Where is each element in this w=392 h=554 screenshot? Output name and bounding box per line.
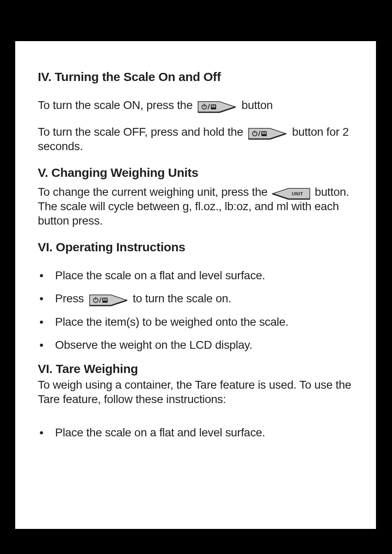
unit-button-icon: UNIT: [271, 188, 311, 200]
list-item: Place the scale on a flat and level surf…: [38, 425, 353, 440]
tare-bullets: Place the scale on a flat and level surf…: [38, 425, 353, 440]
power-tare-button-icon: [248, 127, 287, 140]
heading-v: V. Changing Weighing Units: [38, 166, 353, 180]
iv-turn-off: To turn the scale OFF, press and hold th…: [38, 125, 353, 153]
list-item: Observe the weight on the LCD display.: [38, 338, 353, 352]
list-item: Place the scale on a flat and level surf…: [38, 268, 353, 283]
text: To turn the scale OFF, press and hold th…: [38, 125, 246, 138]
text: Press: [55, 292, 87, 305]
power-tare-button-icon: [197, 101, 237, 113]
list-item: Place the item(s) to be weighed onto the…: [38, 315, 353, 329]
v-change-unit: To change the current weighing unit, pre…: [38, 185, 353, 228]
tare-intro: To weigh using a container, the Tare fea…: [38, 378, 353, 406]
iv-turn-on: To turn the scale ON, press the button: [38, 98, 353, 112]
heading-vi-op: VI. Operating Instructions: [38, 240, 353, 254]
text: button: [242, 99, 273, 111]
text: To turn the scale ON, press the: [38, 99, 196, 111]
manual-page: IV. Turning the Scale On and Off To turn…: [15, 41, 376, 529]
unit-label-text: UNIT: [292, 191, 304, 196]
text: to turn the scale on.: [133, 292, 231, 305]
operating-bullets: Place the scale on a flat and level surf…: [38, 268, 353, 353]
heading-vi-tare: VI. Tare Weighing: [38, 362, 353, 376]
heading-iv: IV. Turning the Scale On and Off: [38, 70, 353, 84]
list-item: Press to turn the scale on.: [38, 291, 353, 306]
text: To change the current weighing unit, pre…: [38, 185, 270, 198]
power-tare-button-icon: [89, 294, 128, 306]
